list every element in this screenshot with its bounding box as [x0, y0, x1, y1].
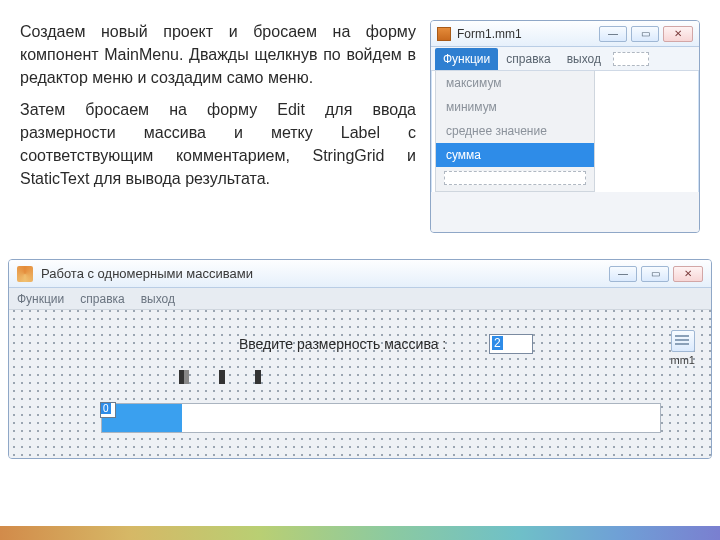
- menu-new-item-slot[interactable]: [613, 52, 649, 66]
- dropdown-item-sum[interactable]: сумма: [436, 143, 594, 167]
- tick-icon: [219, 370, 225, 384]
- instruction-text: Создаем новый проект и бросаем на форму …: [20, 20, 416, 198]
- dropdown-item-max[interactable]: максимум: [436, 71, 594, 95]
- functions-dropdown: максимум минимум среднее значение сумма: [435, 71, 595, 192]
- big-close-button[interactable]: ✕: [673, 266, 703, 282]
- mainmenu-caption: mm1: [671, 354, 695, 366]
- dropdown-item-avg[interactable]: среднее значение: [436, 119, 594, 143]
- array-size-edit[interactable]: 2: [489, 334, 533, 354]
- menu-item-help[interactable]: справка: [498, 48, 558, 70]
- decorative-footer-gradient: [0, 526, 720, 540]
- mini-menu-bar: Функции справка выход: [431, 47, 699, 71]
- tick-icon: [255, 370, 261, 384]
- form-menu-help[interactable]: справка: [80, 292, 124, 306]
- mini-titlebar[interactable]: Form1.mm1 — ▭ ✕: [431, 21, 699, 47]
- big-titlebar[interactable]: Работа с одномерными массивами — ▭ ✕: [9, 260, 711, 288]
- dropdown-new-item-slot[interactable]: [444, 171, 586, 185]
- big-maximize-button[interactable]: ▭: [641, 266, 669, 282]
- edit-value: 2: [492, 336, 503, 350]
- close-button[interactable]: ✕: [663, 26, 693, 42]
- form-design-surface[interactable]: Функции справка выход Введите размерност…: [9, 288, 711, 458]
- grid-index-cell[interactable]: 0: [100, 402, 116, 418]
- app-icon: [437, 27, 451, 41]
- form-menu-bar: Функции справка выход: [9, 288, 711, 310]
- array-size-label: Введите размерность массива :: [239, 336, 446, 352]
- mini-title: Form1.mm1: [457, 27, 522, 41]
- tick-icon: [179, 370, 189, 384]
- maximize-button[interactable]: ▭: [631, 26, 659, 42]
- paragraph-1: Создаем новый проект и бросаем на форму …: [20, 20, 416, 90]
- menu-item-functions[interactable]: Функции: [435, 48, 498, 70]
- delphi-icon: [17, 266, 33, 282]
- big-minimize-button[interactable]: —: [609, 266, 637, 282]
- mainmenu-component[interactable]: mm1: [671, 330, 695, 366]
- string-grid[interactable]: 0: [101, 403, 661, 433]
- paragraph-2: Затем бросаем на форму Edit для ввода ра…: [20, 98, 416, 191]
- form-designer-window: Работа с одномерными массивами — ▭ ✕ Фун…: [8, 259, 712, 459]
- form-menu-functions[interactable]: Функции: [17, 292, 64, 306]
- form-menu-exit[interactable]: выход: [141, 292, 175, 306]
- menu-editor-window: Form1.mm1 — ▭ ✕ Функции справка выход ма…: [430, 20, 700, 233]
- minimize-button[interactable]: —: [599, 26, 627, 42]
- selection-handles: [179, 370, 261, 384]
- menu-item-exit[interactable]: выход: [559, 48, 609, 70]
- mini-client-area: [431, 192, 699, 232]
- big-title: Работа с одномерными массивами: [41, 266, 253, 281]
- mainmenu-icon: [671, 330, 695, 352]
- dropdown-item-min[interactable]: минимум: [436, 95, 594, 119]
